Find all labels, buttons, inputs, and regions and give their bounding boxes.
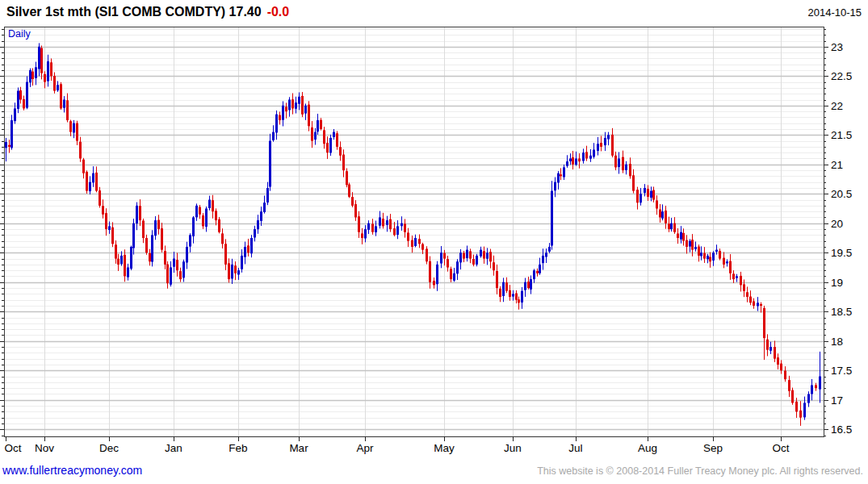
chart-window: Silver 1st mth (SI1 COMB COMDTY) 17.40-0… — [0, 0, 868, 484]
svg-text:20.5: 20.5 — [831, 188, 852, 200]
svg-text:19.5: 19.5 — [831, 247, 852, 259]
svg-text:Aug: Aug — [638, 442, 657, 454]
svg-text:20: 20 — [831, 218, 843, 230]
svg-text:Dec: Dec — [99, 442, 119, 454]
website-link[interactable]: www.fullertreacymoney.com — [2, 464, 142, 477]
svg-text:Apr: Apr — [356, 442, 374, 454]
svg-text:18.5: 18.5 — [831, 306, 852, 318]
svg-text:May: May — [434, 442, 455, 454]
svg-text:17: 17 — [831, 394, 843, 407]
svg-text:19: 19 — [831, 277, 843, 289]
svg-text:Nov: Nov — [35, 442, 54, 454]
svg-text:Sep: Sep — [703, 442, 723, 454]
svg-text:21.5: 21.5 — [831, 129, 852, 141]
svg-text:21: 21 — [831, 159, 843, 171]
svg-text:Jan: Jan — [165, 442, 182, 454]
frequency-label: Daily — [8, 28, 31, 40]
svg-text:23: 23 — [831, 41, 843, 53]
svg-text:Jul: Jul — [568, 442, 582, 454]
svg-text:Mar: Mar — [289, 442, 308, 454]
svg-text:Oct: Oct — [4, 442, 21, 454]
svg-text:Jun: Jun — [504, 442, 522, 454]
svg-text:18: 18 — [831, 336, 843, 348]
svg-text:17.5: 17.5 — [831, 365, 852, 377]
copyright-text: This website is © 2008-2014 Fuller Treac… — [537, 465, 863, 477]
svg-text:Oct: Oct — [772, 442, 789, 454]
candlestick-chart: 16.51717.51818.51919.52020.52121.52222.5… — [0, 0, 868, 461]
svg-text:22: 22 — [831, 100, 843, 112]
svg-text:16.5: 16.5 — [831, 424, 852, 436]
svg-text:Feb: Feb — [229, 442, 247, 454]
svg-text:22.5: 22.5 — [831, 70, 852, 82]
